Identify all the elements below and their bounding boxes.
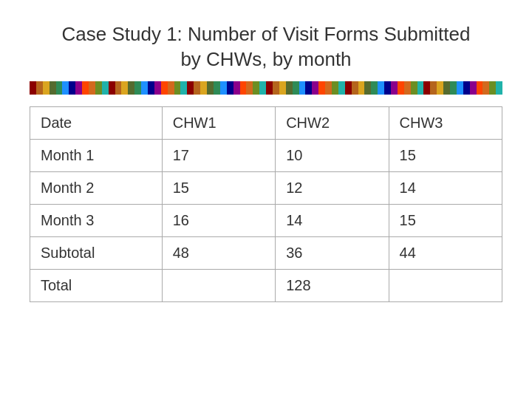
bar-segment [95, 81, 102, 95]
bar-segment [43, 81, 50, 95]
bar-segment [437, 81, 443, 95]
bar-segment [220, 81, 227, 95]
bar-segment [187, 81, 194, 95]
bar-segment [180, 81, 187, 95]
bar-segment [338, 81, 345, 95]
bar-segment [358, 81, 365, 95]
bar-segment [423, 81, 430, 95]
bar-segment [240, 81, 247, 95]
cell-chw3: 14 [389, 171, 502, 204]
bar-segment [56, 81, 63, 95]
bar-segment [273, 81, 279, 95]
bar-segment [378, 81, 384, 95]
bar-segment [82, 81, 89, 95]
bar-segment [141, 81, 148, 95]
table-row: Total128 [30, 269, 502, 301]
bar-segment [404, 81, 411, 95]
bar-segment [200, 81, 207, 95]
cell-chw1 [162, 269, 275, 301]
bar-segment [89, 81, 95, 95]
bar-segment [194, 81, 200, 95]
cell-date: Month 3 [30, 204, 163, 236]
bar-segment [69, 81, 75, 95]
cell-chw3: 44 [389, 236, 502, 269]
cell-chw1: 15 [162, 171, 275, 204]
bar-segment [102, 81, 109, 95]
cell-date: Subtotal [30, 236, 163, 269]
table-row: Month 1171015 [30, 139, 502, 171]
bar-segment [325, 81, 332, 95]
cell-chw2: 10 [276, 139, 389, 171]
bar-segment [489, 81, 496, 95]
table-row: Subtotal483644 [30, 236, 502, 269]
bar-segment [477, 81, 483, 95]
bar-segment [115, 81, 122, 95]
bar-segment [134, 81, 141, 95]
bar-segment [299, 81, 306, 95]
bar-segment [411, 81, 417, 95]
bar-segment [318, 81, 325, 95]
cell-chw3: 15 [389, 204, 502, 236]
bar-segment [266, 81, 273, 95]
bar-segment [352, 81, 358, 95]
bar-segment [227, 81, 233, 95]
table-header-row: Date CHW1 CHW2 CHW3 [30, 106, 502, 139]
bar-segment [384, 81, 391, 95]
col-header-chw2: CHW2 [276, 106, 389, 139]
page-container: Case Study 1: Number of Visit Forms Subm… [0, 0, 532, 399]
bar-segment [233, 81, 240, 95]
bar-segment [50, 81, 56, 95]
cell-chw3 [389, 269, 502, 301]
bar-segment [293, 81, 299, 95]
bar-segment [253, 81, 259, 95]
cell-date: Total [30, 269, 163, 301]
bar-segment [371, 81, 378, 95]
bar-segment [154, 81, 161, 95]
cell-chw1: 16 [162, 204, 275, 236]
bar-segment [417, 81, 424, 95]
bar-segment [457, 81, 463, 95]
cell-chw2: 14 [276, 204, 389, 236]
table-row: Month 2151214 [30, 171, 502, 204]
col-header-chw3: CHW3 [389, 106, 502, 139]
bar-segment [345, 81, 352, 95]
col-header-date: Date [30, 106, 163, 139]
bar-segment [148, 81, 154, 95]
bar-segment [470, 81, 477, 95]
bar-segment [305, 81, 312, 95]
bar-segment [430, 81, 437, 95]
bar-segment [174, 81, 181, 95]
cell-chw2: 12 [276, 171, 389, 204]
bar-segment [398, 81, 404, 95]
cell-chw2: 128 [276, 269, 389, 301]
bar-segment [279, 81, 286, 95]
data-table: Date CHW1 CHW2 CHW3 Month 1171015Month 2… [30, 106, 502, 302]
bar-segment [121, 81, 128, 95]
cell-chw3: 15 [389, 139, 502, 171]
bar-segment [312, 81, 318, 95]
cell-chw1: 48 [162, 236, 275, 269]
bar-segment [286, 81, 293, 95]
bar-segment [364, 81, 371, 95]
cell-chw2: 36 [276, 236, 389, 269]
bar-segment [214, 81, 220, 95]
bar-segment [207, 81, 214, 95]
col-header-chw1: CHW1 [162, 106, 275, 139]
bar-segment [128, 81, 134, 95]
bar-segment [443, 81, 450, 95]
bar-segment [109, 81, 115, 95]
table-row: Month 3161415 [30, 204, 502, 236]
bar-segment [450, 81, 457, 95]
decorative-bar [30, 81, 502, 95]
bar-segment [391, 81, 398, 95]
bar-segment [75, 81, 82, 95]
bar-segment [332, 81, 338, 95]
cell-date: Month 1 [30, 139, 163, 171]
bar-segment [463, 81, 470, 95]
bar-segment [161, 81, 168, 95]
cell-date: Month 2 [30, 171, 163, 204]
table-wrapper: Date CHW1 CHW2 CHW3 Month 1171015Month 2… [30, 106, 502, 384]
bar-segment [168, 81, 174, 95]
bar-segment [246, 81, 253, 95]
bar-segment [62, 81, 69, 95]
